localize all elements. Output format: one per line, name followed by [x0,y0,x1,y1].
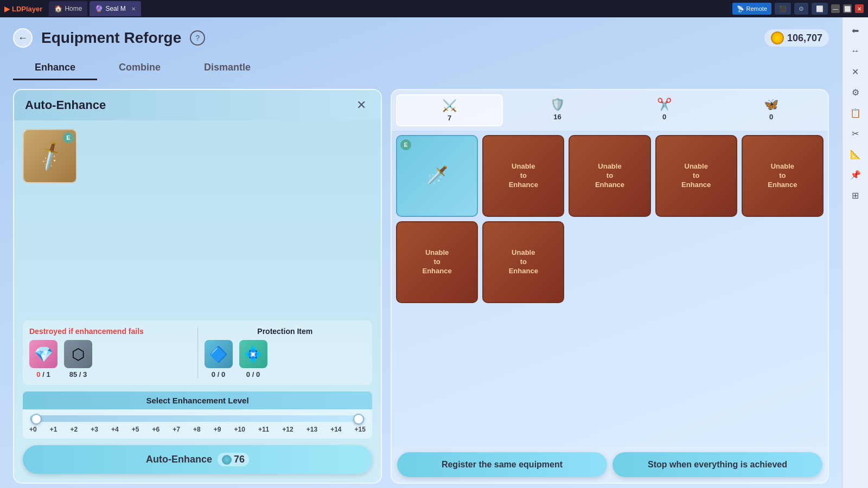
level-header-label: Select Enhancement Level [23,391,372,409]
equip-tab-misc[interactable]: 🦋 0 [719,94,824,126]
help-button[interactable]: ? [190,30,205,46]
weapon-icon: ⚔️ [442,99,457,113]
back-button[interactable]: ← [13,28,33,48]
main-content: ← Equipment Reforge ? 106,707 Enhance Co… [0,17,842,488]
auto-enhance-btn-label: Auto-Enhance [146,454,212,465]
equip-slot-6[interactable]: UnabletoEnhance [482,221,564,303]
sidebar-icon-7[interactable]: 📐 [847,145,864,163]
level-label-0: +0 [29,426,37,433]
accessory-count: 0 [662,113,666,121]
equipment-panel: ⚔️ 7 🛡️ 16 ✂️ 0 🦋 0 [391,89,829,484]
level-label-2: +2 [71,426,78,433]
sidebar-icon-1[interactable]: ⬅ [847,22,864,39]
resize-button[interactable]: ⬜ [812,3,828,15]
cost-badge: 76 [218,453,249,466]
materials-section: Destroyed if enhancemend fails 💎 0 / 1 ⬡… [23,320,372,385]
sidebar-icon-5[interactable]: 📋 [847,104,864,121]
window-close-button[interactable]: ✕ [855,4,864,13]
currency-amount: 106,707 [787,33,822,44]
equip-slot-6-label: UnabletoEnhance [509,248,538,276]
tab-home[interactable]: 🏠 Home [49,1,87,16]
main-tabs: Enhance Combine Dismantle [13,56,829,80]
level-label-4: +4 [111,426,119,433]
item-slot[interactable]: E 🗡️ [23,129,77,183]
tab-enhance[interactable]: Enhance [13,56,97,80]
weapon-count: 7 [448,114,451,122]
item-badge: E [63,132,74,143]
level-slider-area: +0 +1 +2 +3 +4 +5 +6 +7 +8 +9 +10 +11 +1… [23,409,372,439]
equip-slot-2[interactable]: UnabletoEnhance [569,135,650,217]
material-gray-icon[interactable]: ⬡ [64,340,92,368]
protection-icon-2[interactable]: 💠 [239,340,267,368]
destroyed-label: Destroyed if enhancemend fails [29,327,191,336]
auto-enhance-button[interactable]: Auto-Enhance 76 [23,445,372,474]
armor-count: 16 [553,113,561,121]
equip-slot-1-label: UnabletoEnhance [509,162,538,190]
stop-when-achieved-button[interactable]: Stop when everything is achieved [612,452,822,477]
sidebar-icon-8[interactable]: 📌 [847,166,864,183]
slider-thumb-right[interactable] [353,414,364,425]
item-icon: 🗡️ [34,140,66,172]
currency-display: 106,707 [764,29,829,47]
level-label-6: +6 [152,426,160,433]
equipment-tabs: ⚔️ 7 🛡️ 16 ✂️ 0 🦋 0 [392,90,828,131]
equip-tab-armor[interactable]: 🛡️ 16 [505,94,610,126]
sidebar-icon-2[interactable]: ↔ [847,42,864,60]
material-gray-count: 85 / 3 [69,370,87,378]
remote-button[interactable]: 📡 Remote [732,3,771,15]
record-button[interactable]: ⬛ [775,3,791,15]
level-label-1: +1 [50,426,58,433]
misc-count: 0 [769,113,773,121]
equip-slot-5[interactable]: UnabletoEnhance [396,221,478,303]
material-pink-icon[interactable]: 💎 [29,340,58,368]
slider-track[interactable] [29,415,366,422]
misc-icon: 🦋 [764,98,778,112]
register-same-button[interactable]: Register the same equipment [397,452,607,477]
level-label-3: +3 [91,426,98,433]
protection-label: Protection Item [205,327,366,336]
auto-enhance-panel: Auto-Enhance ✕ E 🗡️ Destroyed if enhance… [13,89,382,484]
maximize-button[interactable]: ⬜ [843,4,852,13]
material-pink-sep: / 1 [42,370,50,378]
equip-tab-weapon[interactable]: ⚔️ 7 [396,94,503,126]
content-layout: Auto-Enhance ✕ E 🗡️ Destroyed if enhance… [13,89,829,484]
level-section: Select Enhancement Level +0 +1 +2 +3 +4 … [23,391,372,439]
tab-seal-m[interactable]: 🔮 Seal M ✕ [90,1,141,16]
sidebar-icon-4[interactable]: ⚙ [847,84,864,101]
seal-tab-close[interactable]: ✕ [131,6,136,12]
minimize-button[interactable]: — [831,4,840,13]
protection-col: Protection Item 🔷 0 / 0 💠 0 / 0 [205,327,366,378]
protection-icon-1[interactable]: 🔷 [205,340,233,368]
tab-dismantle[interactable]: Dismantle [182,56,272,80]
slider-thumb-left[interactable] [31,414,42,425]
equip-slot-3[interactable]: UnabletoEnhance [655,135,737,217]
equip-slot-1[interactable]: UnabletoEnhance [482,135,564,217]
settings-button[interactable]: ⚙ [794,3,808,15]
page-title: Equipment Reforge [41,29,181,47]
sidebar-icon-6[interactable]: ✂ [847,125,864,142]
home-tab-label: Home [65,5,82,12]
level-label-15: +15 [355,426,366,433]
equipment-grid: E 🗡️ UnabletoEnhance UnabletoEnhance Una… [392,131,828,447]
home-tab-icon: 🏠 [54,5,62,12]
equip-slot-5-label: UnabletoEnhance [423,248,452,276]
tab-combine[interactable]: Combine [97,56,182,80]
destroyed-col: Destroyed if enhancemend fails 💎 0 / 1 ⬡… [29,327,191,378]
protection-count-2: 0 / 0 [246,370,260,378]
currency-icon [771,31,784,44]
close-panel-button[interactable]: ✕ [353,97,370,114]
seal-tab-label: Seal M [105,5,125,12]
level-label-10: +10 [234,426,245,433]
equip-slot-4[interactable]: UnabletoEnhance [742,135,824,217]
sidebar-icon-3[interactable]: ✕ [847,63,864,80]
equip-slot-2-label: UnabletoEnhance [595,162,624,190]
equip-slot-0[interactable]: E 🗡️ [396,135,478,217]
level-label-14: +14 [330,426,341,433]
protection-count-1: 0 / 0 [212,370,225,378]
material-item-pink: 💎 0 / 1 [29,340,58,378]
protection-item-1: 🔷 0 / 0 [205,340,233,378]
panel-header: Auto-Enhance ✕ [14,90,381,120]
equip-tab-accessory[interactable]: ✂️ 0 [612,94,717,126]
sidebar-icon-9[interactable]: ⊞ [847,187,864,204]
level-label-7: +7 [173,426,180,433]
